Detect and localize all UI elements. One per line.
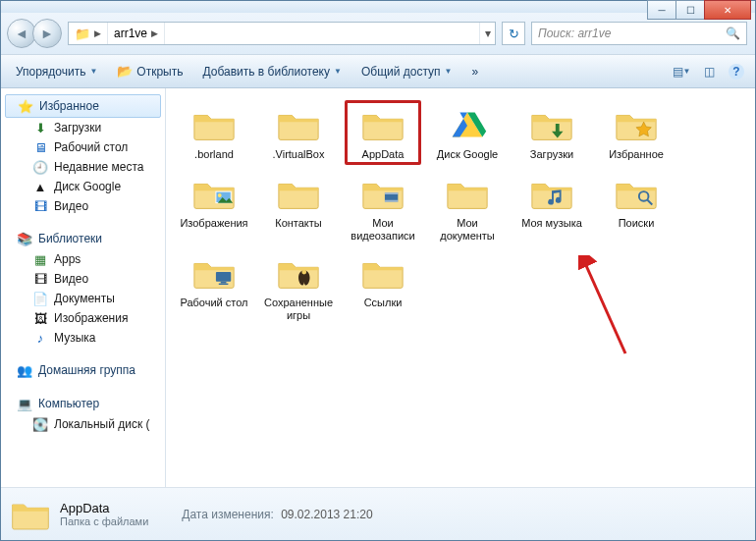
maximize-button[interactable]: ☐ [675, 0, 705, 20]
view-icon: ▤ [673, 65, 683, 79]
tree-computer: 💻 Компьютер 💽Локальный диск ( [1, 393, 165, 434]
star-icon: ⭐ [18, 98, 33, 114]
apps-icon: ▦ [32, 251, 48, 267]
chevron-right-icon: ▶ [151, 28, 158, 38]
address-segment-label: arr1ve [114, 27, 147, 40]
search-placeholder: Поиск: arr1ve [538, 27, 611, 40]
sidebar-favorites-header[interactable]: ⭐ Избранное [5, 94, 161, 118]
folder-label: Диск Google [437, 148, 498, 162]
sidebar-item-apps[interactable]: ▦Apps [1, 249, 165, 269]
open-button[interactable]: 📂 Открыть [108, 60, 191, 83]
tree-homegroup: 👥 Домашняя группа [1, 359, 165, 381]
details-meta: Дата изменения: 09.02.2013 21:20 [182, 508, 372, 521]
organize-button[interactable]: Упорядочить▼ [7, 60, 106, 83]
view-button[interactable]: ▤▼ [669, 60, 694, 83]
content-area[interactable]: .borland.VirtualBoxAppDataДиск GoogleЗаг… [166, 88, 755, 487]
sidebar-homegroup-header[interactable]: 👥 Домашняя группа [1, 359, 165, 381]
folder-game-icon [275, 253, 322, 295]
folder-label: Сохраненные игры [263, 297, 334, 321]
sidebar-item-desktop[interactable]: 🖥Рабочий стол [1, 137, 165, 157]
folder-item[interactable]: Диск Google [429, 100, 506, 165]
folder-item[interactable]: Мои видеозаписи [345, 169, 421, 244]
sidebar-item-label: Изображения [54, 311, 128, 325]
downloads-icon: ⬇ [32, 120, 48, 135]
sidebar-item-images[interactable]: 🖼Изображения [1, 308, 165, 328]
folder-label: Мои видеозаписи [348, 217, 418, 242]
toolbar: Упорядочить▼ 📂 Открыть Добавить в библио… [1, 55, 755, 88]
details-name: AppData [60, 501, 148, 515]
desktop-icon: 🖥 [32, 139, 48, 155]
folder-icon [11, 495, 50, 534]
search-input[interactable]: Поиск: arr1ve 🔍 [531, 22, 747, 45]
tree-favorites: ⭐ Избранное ⬇Загрузки 🖥Рабочий стол 🕘Нед… [1, 94, 165, 216]
address-segment[interactable]: arr1ve ▶ [108, 23, 165, 44]
sidebar-item-gdrive[interactable]: ▲Диск Google [1, 177, 165, 196]
address-bar[interactable]: 📁 ▶ arr1ve ▶ ▾ [68, 22, 496, 45]
folder-label: Моя музыка [521, 217, 582, 231]
folder-icon [190, 105, 238, 146]
folder-label: AppData [362, 148, 405, 162]
sidebar-libraries-header[interactable]: 📚 Библиотеки [1, 228, 165, 249]
computer-label: Компьютер [38, 397, 99, 410]
refresh-button[interactable]: ↻ [502, 22, 525, 45]
chevron-down-icon: ▼ [683, 67, 691, 76]
folder-item[interactable]: Сохраненные игры [260, 248, 337, 324]
sidebar-item-lib-video[interactable]: 🎞Видео [1, 269, 165, 289]
sidebar-item-recent[interactable]: 🕘Недавние места [1, 157, 165, 177]
folder-star-icon [613, 105, 660, 146]
folder-item[interactable]: Изображения [176, 169, 252, 244]
folder-music-icon [528, 174, 575, 215]
close-button[interactable]: ✕ [704, 0, 751, 20]
preview-icon: ◫ [704, 65, 715, 79]
folder-item[interactable]: .borland [176, 100, 252, 165]
folder-item[interactable]: Загрузки [513, 100, 590, 165]
folder-label: Загрузки [530, 148, 573, 162]
address-root-icon[interactable]: 📁 ▶ [69, 23, 108, 44]
sidebar-item-label: Локальный диск ( [54, 417, 150, 431]
folder-label: Поиски [619, 217, 655, 231]
folder-item[interactable]: Избранное [598, 100, 675, 165]
items-grid: .borland.VirtualBoxAppDataДиск GoogleЗаг… [176, 100, 745, 325]
music-icon: ♪ [32, 330, 48, 346]
sidebar-item-localdisk[interactable]: 💽Локальный диск ( [1, 414, 165, 434]
folder-vid-icon [359, 174, 406, 215]
chevron-right-icon: ▶ [94, 28, 101, 38]
folder-item[interactable]: Рабочий стол [176, 248, 252, 324]
add-to-library-button[interactable]: Добавить в библиотеку▼ [193, 60, 350, 83]
sidebar-item-label: Загрузки [54, 121, 101, 135]
more-label: » [471, 65, 478, 79]
forward-button[interactable]: ► [32, 19, 62, 48]
nav-row: ◄ ► 📁 ▶ arr1ve ▶ ▾ ↻ Поиск: arr1ve 🔍 [1, 13, 755, 55]
sidebar-item-documents[interactable]: 📄Документы [1, 289, 165, 308]
folder-item[interactable]: Поиски [598, 169, 675, 244]
address-dropdown[interactable]: ▾ [479, 23, 495, 44]
help-button[interactable]: ? [724, 60, 749, 83]
svg-point-4 [218, 193, 222, 197]
preview-pane-button[interactable]: ◫ [696, 60, 722, 83]
details-date-value: 09.02.2013 21:20 [281, 508, 372, 521]
folder-item[interactable]: Контакты [260, 169, 337, 244]
folder-item[interactable]: Ссылки [345, 248, 421, 324]
folder-item[interactable]: Моя музыка [513, 169, 590, 244]
sidebar-item-label: Музыка [54, 331, 95, 345]
share-button[interactable]: Общий доступ▼ [352, 60, 461, 83]
minimize-button[interactable]: ─ [647, 0, 676, 20]
folder-icon: 📁 [75, 26, 90, 41]
sidebar-item-video[interactable]: 🎞Видео [1, 196, 165, 216]
help-icon: ? [729, 64, 744, 80]
folder-item[interactable]: AppData [345, 100, 421, 165]
more-button[interactable]: » [462, 60, 487, 83]
folder-item[interactable]: .VirtualBox [260, 100, 337, 165]
homegroup-icon: 👥 [17, 362, 32, 378]
sidebar-item-music[interactable]: ♪Музыка [1, 328, 165, 348]
window-controls: ─ ☐ ✕ [648, 0, 751, 20]
sidebar-computer-header[interactable]: 💻 Компьютер [1, 393, 165, 414]
video-icon: 🎞 [32, 271, 48, 287]
folder-item[interactable]: Мои документы [429, 169, 506, 244]
folder-icon [359, 105, 406, 146]
sidebar: ⭐ Избранное ⬇Загрузки 🖥Рабочий стол 🕘Нед… [1, 88, 166, 487]
homegroup-label: Домашняя группа [38, 363, 135, 377]
sidebar-item-downloads[interactable]: ⬇Загрузки [1, 118, 165, 137]
documents-icon: 📄 [32, 291, 48, 306]
libraries-icon: 📚 [17, 231, 32, 246]
